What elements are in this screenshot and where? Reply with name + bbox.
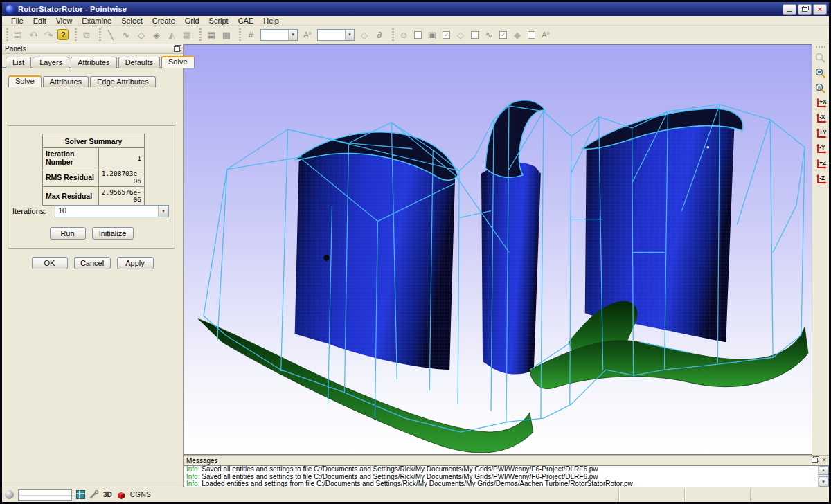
toolbar-grip[interactable] — [199, 28, 202, 41]
cancel-button[interactable]: Cancel — [74, 257, 111, 269]
restore-icon — [802, 7, 807, 12]
iterations-combo[interactable]: 10 ▼ — [55, 205, 169, 217]
chevron-down-icon[interactable]: ▼ — [288, 30, 297, 40]
angle-icon[interactable]: A° — [300, 27, 315, 42]
title-bar[interactable]: RotorStatorRotor - Pointwise × — [2, 2, 829, 16]
toolbar-grip[interactable] — [816, 46, 825, 48]
menu-cae[interactable]: CAE — [233, 17, 259, 25]
show-connectors-checkbox[interactable] — [471, 31, 479, 39]
initialize-button[interactable]: Initialize — [92, 227, 134, 240]
highlight-point — [707, 146, 710, 149]
chevron-down-icon[interactable]: ▼ — [345, 30, 354, 40]
tab-attributes[interactable]: Attributes — [71, 57, 116, 68]
undo-icon[interactable]: ↶▾ — [26, 27, 41, 42]
view-plus-y-button[interactable]: +Y — [814, 127, 828, 141]
menu-edit[interactable]: Edit — [28, 17, 51, 25]
paste-stack-icon[interactable]: ⧉ — [79, 27, 94, 42]
view-minus-y-button[interactable]: -Y — [814, 142, 828, 156]
main-toolbar: ▤ ↶▾ ↷▾ ? ⧉ ╲ ∿ ◇ ◈ ◭ ▦ ▦ ▩ # ▼ A° ▼ — [2, 26, 829, 44]
grid-status-icon — [76, 490, 85, 499]
menu-view[interactable]: View — [51, 17, 78, 25]
menu-script[interactable]: Script — [204, 17, 233, 25]
scrollbar[interactable]: ▲ ▼ — [818, 466, 828, 487]
chevron-down-icon[interactable]: ▼ — [158, 206, 168, 217]
boundary-partial-icon[interactable]: ∂ — [372, 27, 387, 42]
menu-help[interactable]: Help — [258, 17, 284, 25]
run-button[interactable]: Run — [50, 227, 86, 240]
dimension-combo[interactable]: ▼ — [260, 29, 298, 41]
tab-list[interactable]: List — [6, 57, 31, 68]
restore-button[interactable] — [798, 4, 812, 15]
ok-button[interactable]: OK — [32, 257, 68, 269]
show-connectors-icon[interactable]: ∿ — [481, 27, 497, 42]
zoom-box-icon[interactable] — [814, 66, 828, 80]
view-minus-x-button[interactable]: -X — [814, 111, 828, 126]
subtab-attributes[interactable]: Attributes — [43, 76, 89, 87]
cae-cube-icon — [116, 490, 126, 500]
flat-domain-icon[interactable]: ◇ — [357, 27, 372, 42]
messages-list: Info: Saved all entities and settings to… — [184, 466, 818, 487]
close-icon[interactable]: × — [822, 457, 826, 464]
float-panel-icon[interactable] — [812, 458, 818, 463]
float-panel-icon[interactable] — [174, 46, 180, 52]
menu-examine[interactable]: Examine — [77, 17, 116, 25]
menu-create[interactable]: Create — [148, 17, 180, 25]
two-point-connector-icon[interactable]: ╲ — [103, 27, 118, 42]
show-database-icon[interactable]: ◆ — [510, 27, 525, 42]
minimize-button[interactable] — [783, 4, 796, 15]
apply-button[interactable]: Apply — [117, 257, 154, 269]
toolbar-grip[interactable] — [6, 28, 8, 41]
solver-summary-table: Solver Summary Iteration Number 1 RMS Re… — [42, 134, 145, 206]
minimize-icon — [787, 11, 792, 12]
svg-text:-Y: -Y — [819, 144, 825, 151]
selected-point[interactable] — [323, 255, 329, 260]
solve-groupbox: Solver Summary Iteration Number 1 RMS Re… — [8, 125, 175, 249]
show-domains-icon[interactable]: ◇ — [453, 27, 468, 42]
show-blocks-icon[interactable]: ▣ — [425, 27, 440, 42]
save-icon[interactable]: ▤ — [10, 27, 26, 42]
show-domains-checkbox[interactable]: ✓ — [443, 31, 450, 39]
redo-icon[interactable]: ↷▾ — [41, 27, 56, 42]
toolbar-grip[interactable] — [99, 28, 101, 41]
show-blocks-checkbox[interactable] — [414, 31, 422, 39]
tab-defaults[interactable]: Defaults — [118, 57, 160, 68]
panels-title: Panels — [5, 45, 174, 53]
show-spacings-checkbox[interactable] — [528, 31, 535, 39]
show-database-checkbox[interactable]: ✓ — [499, 31, 507, 39]
menu-select[interactable]: Select — [116, 17, 148, 25]
assemble-block-icon[interactable]: ▦ — [179, 27, 195, 42]
viewport-canvas[interactable] — [184, 45, 812, 454]
draw-curve-icon[interactable]: ∿ — [118, 27, 134, 42]
assemble-domain-icon[interactable]: ◇ — [134, 27, 149, 42]
close-button[interactable]: × — [813, 4, 827, 15]
scroll-down-icon[interactable]: ▼ — [819, 478, 828, 487]
scroll-thumb[interactable] — [819, 476, 828, 477]
view-minus-z-button[interactable]: -Z — [814, 172, 828, 187]
angle-combo[interactable]: ▼ — [317, 29, 355, 41]
tab-layers[interactable]: Layers — [33, 57, 69, 68]
toolbar-grip[interactable] — [239, 28, 241, 41]
subtab-edge-attributes[interactable]: Edge Attributes — [90, 76, 156, 87]
subtab-solve[interactable]: Solve — [8, 75, 42, 87]
unstructured-domain-icon[interactable]: ◈ — [149, 27, 164, 42]
tab-solve[interactable]: Solve — [161, 56, 195, 68]
toolbar-grip[interactable] — [75, 28, 77, 41]
view-toolbar: +X -X +Y -Y +Z -Z — [812, 44, 829, 455]
window-title: RotorStatorRotor - Pointwise — [18, 5, 783, 13]
structured-grid-icon[interactable]: ▦ — [204, 27, 219, 42]
view-plus-z-button[interactable]: +Z — [814, 157, 828, 172]
viewport-3d[interactable] — [184, 44, 812, 455]
dimension-icon[interactable]: # — [243, 27, 258, 42]
help-icon[interactable]: ? — [56, 27, 70, 42]
show-spacings-icon[interactable]: A° — [538, 27, 553, 42]
zoom-disabled-icon[interactable] — [814, 51, 828, 65]
shaded-view-icon[interactable]: ☺ — [396, 27, 411, 42]
menu-grid[interactable]: Grid — [180, 17, 204, 25]
extrude-icon[interactable]: ◭ — [164, 27, 179, 42]
menu-file[interactable]: File — [6, 17, 28, 25]
unstructured-grid-icon[interactable]: ▩ — [219, 27, 234, 42]
scroll-up-icon[interactable]: ▲ — [819, 466, 828, 475]
view-plus-x-button[interactable]: +X — [814, 96, 828, 111]
toolbar-grip[interactable] — [392, 28, 394, 41]
zoom-equal-icon[interactable] — [814, 81, 828, 96]
